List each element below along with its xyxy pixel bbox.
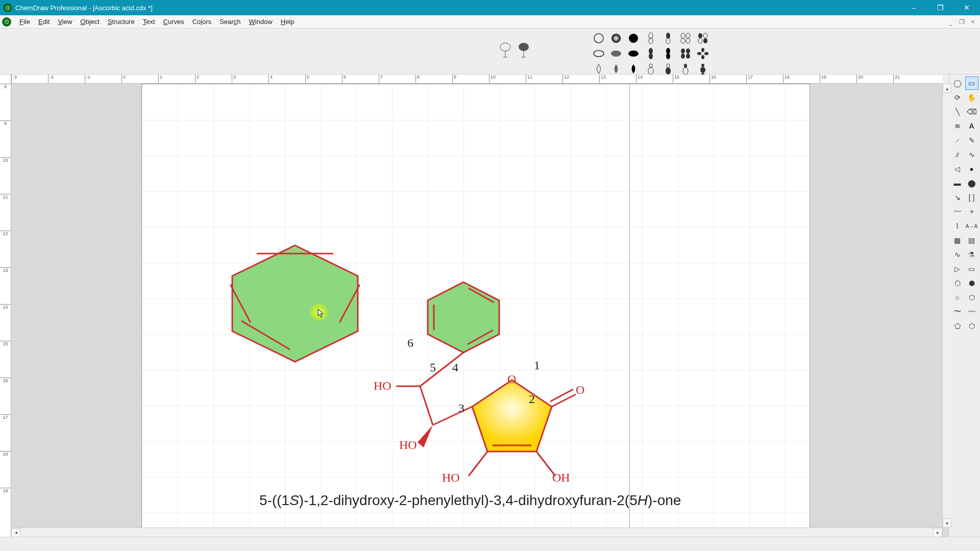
page[interactable]: HO HO HO OH O O 6 5 4 3 2 1 5-((1S)-1,2-… <box>141 84 810 537</box>
atom-label-o-ring[interactable]: O <box>507 372 516 386</box>
scroll-right-button[interactable]: ▸ <box>933 528 942 537</box>
pentagon-tool-icon[interactable]: ⬠ <box>951 319 964 333</box>
orbital-s-empty-icon[interactable] <box>592 32 605 45</box>
window-minimize-button[interactable]: – <box>900 0 927 15</box>
orbital-lobe-filled-icon[interactable] <box>627 62 640 76</box>
window-maximize-button[interactable]: ❐ <box>927 0 953 15</box>
pen-tool-icon[interactable]: ✎ <box>965 134 978 147</box>
wavy-bond-tool-icon[interactable]: 〰 <box>951 205 964 218</box>
window-close-button[interactable]: ✕ <box>953 0 980 15</box>
orbital-p-4-icon[interactable] <box>662 47 675 60</box>
orbital-lobe-empty-icon[interactable] <box>592 62 605 76</box>
vruler-tick: 13 <box>0 267 11 273</box>
menu-search[interactable]: Search <box>215 17 244 27</box>
atom-label-oh[interactable]: OH <box>552 471 570 485</box>
orbital-d-2-icon[interactable] <box>696 32 709 45</box>
orbital-hybrid-3-icon[interactable] <box>679 62 692 76</box>
zigzag-tool-icon[interactable]: ⌇ <box>951 219 964 233</box>
flask-tool-icon[interactable]: ⚗ <box>965 248 978 261</box>
scroll-up-button[interactable]: ▴ <box>943 84 951 93</box>
bracket-tool-icon[interactable]: [ ] <box>965 191 978 204</box>
menu-file[interactable]: FFileile <box>15 17 34 27</box>
mdi-restore-button[interactable]: ❐ <box>957 18 967 26</box>
svg-point-39 <box>700 67 705 73</box>
multiple-bond-tool-icon[interactable]: ≋ <box>951 119 964 133</box>
orbital-d-4-icon[interactable] <box>696 47 709 60</box>
chain-tool-icon[interactable]: ∿ <box>965 148 978 161</box>
canvas-area[interactable]: HO HO HO OH O O 6 5 4 3 2 1 5-((1S)-1,2-… <box>11 84 948 537</box>
hand-tool-icon[interactable]: ✋ <box>965 91 978 104</box>
menu-edit[interactable]: Edit <box>34 17 54 27</box>
vruler-tick: 16 <box>0 378 11 383</box>
atom-label-ho-1[interactable]: HO <box>374 379 391 393</box>
orbital-p-2-icon[interactable] <box>662 32 675 45</box>
orbital-s-filled-icon[interactable] <box>627 32 640 45</box>
menu-text[interactable]: Text <box>139 17 159 27</box>
orbital-ellipse-shaded-icon[interactable] <box>609 47 623 60</box>
marquee-tool-icon[interactable]: ▭ <box>965 77 978 90</box>
structure-phenyl-small[interactable] <box>423 279 504 356</box>
hexagon-alt-tool-icon[interactable]: ⬡ <box>965 291 978 304</box>
orbital-s-shaded-icon[interactable] <box>609 32 623 45</box>
circle-tool-icon[interactable]: ○ <box>951 291 964 304</box>
mdi-close-button[interactable]: × <box>968 18 978 26</box>
rectangle-tool-icon[interactable]: ▭ <box>965 262 978 276</box>
text-tool-icon[interactable]: A <box>965 119 978 133</box>
position-number-5: 5 <box>430 361 436 374</box>
orbital-ellipse-filled-icon[interactable] <box>627 47 640 60</box>
hashed-bond-tool-icon[interactable]: ⫽ <box>951 148 964 161</box>
menu-view[interactable]: View <box>54 17 76 27</box>
menu-help[interactable]: Help <box>277 17 299 27</box>
grid-tool-icon[interactable]: ▦ <box>951 234 964 247</box>
wave1-tool-icon[interactable]: 〜 <box>951 305 964 318</box>
template-clipart-1-icon[interactable] <box>498 38 512 58</box>
template-clipart-2-icon[interactable] <box>517 38 531 58</box>
hexagon-point-tool-icon[interactable]: ⬢ <box>965 277 978 290</box>
rotate-3d-tool-icon[interactable]: ⟳ <box>951 91 964 104</box>
atom-label-ho-2[interactable]: HO <box>399 438 417 452</box>
menu-colors[interactable]: Colors <box>188 17 216 27</box>
table-tool-icon[interactable]: ▤ <box>965 234 978 247</box>
orbital-p-1-icon[interactable] <box>644 32 657 45</box>
structure-benzene-large[interactable] <box>226 242 364 365</box>
orbital-d-3-icon[interactable] <box>679 47 692 60</box>
atom-label-ho-3[interactable]: HO <box>442 471 460 485</box>
vertical-scrollbar[interactable]: ▴ ▾ <box>942 84 951 528</box>
mdi-minimize-button[interactable]: _ <box>945 18 955 26</box>
hexagon-flat-tool-icon[interactable]: ⬡ <box>951 277 964 290</box>
solid-bond-tool-icon[interactable]: ╲ <box>951 105 964 118</box>
atom-label-o-carbonyl[interactable]: O <box>576 383 584 397</box>
menu-structure[interactable]: Structure <box>104 17 139 27</box>
vruler-tick: 19 <box>0 488 11 493</box>
wedge-open-tool-icon[interactable]: ◁ <box>951 162 964 176</box>
dashed-bond-tool-icon[interactable]: ⟋ <box>951 134 964 147</box>
plus-tool-icon[interactable]: ＋ <box>965 205 978 218</box>
orbital-hybrid-4-icon[interactable] <box>696 62 709 76</box>
lasso-tool-icon[interactable]: ◯ <box>951 77 964 90</box>
wave2-tool-icon[interactable]: 〰 <box>965 305 978 318</box>
menu-curves[interactable]: Curves <box>159 17 188 27</box>
orbital-lobe-shaded-icon[interactable] <box>609 62 623 76</box>
play-tool-icon[interactable]: ▷ <box>951 262 964 276</box>
hexagon4-tool-icon[interactable]: ⬡ <box>965 319 978 333</box>
iupac-name[interactable]: 5-((1S)-1,2-dihydroxy-2-phenylethyl)-3,4… <box>259 492 681 509</box>
orbital-p-3-icon[interactable] <box>644 47 657 60</box>
ax-tool-icon[interactable]: A→A <box>965 219 978 233</box>
bold-bond-tool-icon[interactable]: ▬ <box>951 177 964 190</box>
orbital-hybrid-2-icon[interactable] <box>662 62 675 76</box>
ball-filled-tool-icon[interactable]: ● <box>965 162 978 176</box>
orbital-ellipse-empty-icon[interactable] <box>592 47 605 60</box>
arrow-tool-icon[interactable]: ↘ <box>951 191 964 204</box>
structure-furanone[interactable] <box>461 375 563 462</box>
scroll-left-button[interactable]: ◂ <box>11 528 20 537</box>
ball-large-tool-icon[interactable]: ⬤ <box>965 177 978 190</box>
orbital-d-1-icon[interactable] <box>679 32 692 45</box>
orbital-hybrid-1-icon[interactable] <box>644 62 657 76</box>
menu-window[interactable]: Window <box>244 17 276 27</box>
horizontal-scrollbar[interactable]: ◂ ▸ <box>11 528 942 537</box>
wave-tool-icon[interactable]: ∿ <box>951 248 964 261</box>
menu-object[interactable]: Object <box>76 17 104 27</box>
eraser-tool-icon[interactable]: ⌫ <box>965 105 978 118</box>
scroll-down-button[interactable]: ▾ <box>943 518 951 528</box>
svg-point-15 <box>698 38 702 43</box>
